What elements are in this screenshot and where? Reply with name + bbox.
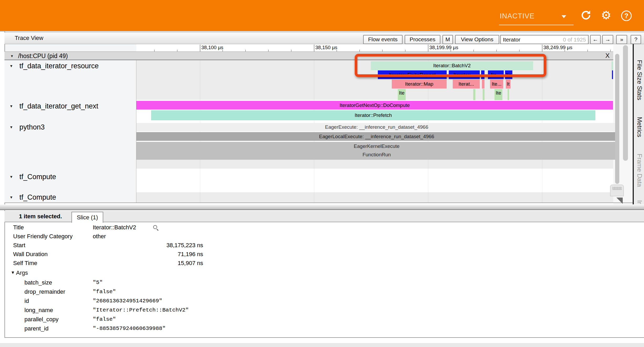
close-icon[interactable]: X (605, 52, 610, 59)
resize-grip[interactable] (610, 185, 624, 196)
search-nav-button[interactable]: » (616, 35, 627, 44)
ruler-minor-tick (177, 50, 177, 51)
ruler-major-tick (428, 45, 428, 51)
search-input[interactable]: Iterator 0 of 1925 (500, 35, 589, 44)
settings-button[interactable]: ⚙ (600, 9, 612, 21)
timeline-bottom-border (4, 203, 633, 203)
search-result-count: 0 of 1925 (521, 37, 586, 43)
help-icon: ? (621, 11, 632, 21)
arg-name: long_name (24, 307, 53, 314)
detail-row: Wall Duration71,196 ns (4, 251, 635, 259)
ruler-minor-tick (565, 50, 565, 51)
arg-value: "5" (93, 279, 103, 286)
header-shadow (0, 31, 644, 32)
args-header[interactable]: ▼Args (4, 270, 162, 278)
toolbar-button-processes[interactable]: Processes (405, 35, 440, 44)
sidebar-tab-metrics[interactable]: Metrics (636, 117, 643, 137)
run-status-select[interactable]: INACTIVE (499, 11, 574, 25)
ruler-minor-tick (337, 50, 337, 51)
ruler-tick-label: 38,199.99 µs (429, 45, 458, 50)
arg-name: batch_size (24, 279, 52, 286)
ruler-major-tick (314, 45, 314, 51)
refresh-button[interactable] (580, 9, 592, 21)
detail-label: Wall Duration (13, 251, 48, 258)
trace-slice[interactable]: FunctionRun (136, 151, 617, 160)
trace-slice[interactable] (482, 80, 485, 89)
trace-slice[interactable] (611, 61, 613, 70)
trace-slice[interactable]: Iterator::Map (392, 80, 447, 89)
trace-slice[interactable]: Ite (398, 89, 406, 100)
track-label-tf_Compute[interactable]: ▼tf_Compute (4, 172, 136, 182)
ruler-major-tick (200, 45, 200, 51)
track-label-text: tf_Compute (19, 193, 56, 201)
trace-slice[interactable] (483, 89, 485, 100)
search-nav-button[interactable]: ? (631, 35, 641, 44)
trace-slice[interactable] (612, 70, 613, 79)
trace-slice[interactable]: Iterat... (453, 80, 480, 89)
trace-slice[interactable]: EagerKernelExecute (136, 142, 617, 151)
ruler-minor-tick (405, 50, 405, 51)
trace-slice[interactable] (473, 89, 475, 100)
triangle-down-icon[interactable]: ▼ (11, 270, 15, 275)
trace-slice[interactable]: Iterator::Prefetch (151, 110, 595, 120)
window-footer (0, 343, 644, 347)
trace-slice[interactable]: Ite (494, 89, 502, 100)
vertical-scrollbar-thumb[interactable] (623, 45, 628, 161)
ruler-minor-tick (382, 50, 383, 51)
collapse-triangle-icon[interactable] (616, 198, 623, 204)
sidebar-tab-file-size-stats[interactable]: File Size Stats (636, 60, 643, 100)
toolbar-button-view-options[interactable]: View Options (455, 35, 499, 44)
run-status-value: INACTIVE (500, 12, 535, 20)
ruler-minor-tick (519, 50, 519, 51)
details-bottom-border (4, 337, 644, 338)
help-button[interactable]: ? (621, 11, 633, 23)
gear-icon: ⚙ (600, 9, 612, 21)
panel-splitter[interactable] (0, 204, 644, 210)
trace-slice[interactable]: EagerExecute: __inference_run_dataset_49… (136, 123, 617, 131)
collapse-arrow-icon[interactable]: ▼ (10, 54, 14, 58)
ruler-minor-tick (154, 50, 154, 51)
process-header-label: /host:CPU (pid 49) (18, 53, 68, 60)
magnifier-icon[interactable] (153, 225, 157, 229)
collapse-arrow-icon[interactable]: ▼ (9, 195, 13, 199)
tool-sidebar: File Size StatsMetricsFrame DataIr (633, 44, 644, 208)
vertical-scrollbar-thumb[interactable] (615, 54, 619, 184)
arg-row: drop_remainder"false" (4, 288, 635, 297)
toolbar-button-m[interactable]: M (442, 35, 453, 44)
empty-row-band (136, 160, 617, 169)
track-label-python3[interactable]: ▼python3 (4, 122, 136, 132)
tab-slice[interactable]: Slice (1) (71, 212, 103, 223)
args-label: Args (16, 270, 28, 276)
track-label-text: tf_data_iterator_resource (19, 62, 99, 70)
trace-slice[interactable]: It (506, 80, 511, 89)
trace-slice[interactable]: IteratorGetNextOp::DoCompute (136, 101, 613, 110)
track-label-tf_data_iterator_resource[interactable]: ▼tf_data_iterator_resource (4, 61, 136, 71)
collapse-arrow-icon[interactable]: ▼ (9, 125, 13, 129)
track-label-tf_data_iterator_get_next[interactable]: ▼tf_data_iterator_get_next (4, 101, 136, 111)
arg-row: long_name"Iterator::Prefetch::BatchV2" (4, 307, 635, 315)
trace-slice[interactable]: EagerLocalExecute: __inference_run_datas… (136, 132, 617, 141)
search-nav-button[interactable]: → (602, 35, 613, 44)
toolbar-button-flow-events[interactable]: Flow events (363, 35, 403, 44)
detail-value: 71,196 ns (93, 251, 203, 258)
collapse-arrow-icon[interactable]: ▼ (9, 64, 13, 68)
ruler-tick-label: 38,150 µs (315, 45, 337, 50)
trace-slice[interactable]: Ite... (490, 80, 503, 89)
search-value: Iterator (503, 37, 521, 43)
detail-label: Self Time (13, 260, 37, 267)
arg-value: "false" (93, 289, 116, 295)
collapse-arrow-icon[interactable]: ▼ (9, 104, 13, 108)
arg-name: drop_remainder (24, 288, 65, 295)
detail-row: Self Time15,907 ns (4, 260, 635, 268)
track-label-tf_Compute[interactable]: ▼tf_Compute (4, 193, 136, 202)
arg-row: batch_size"5" (4, 279, 635, 288)
collapse-arrow-icon[interactable]: ▼ (9, 175, 13, 179)
chevron-down-icon (561, 15, 566, 18)
grip-dots-icon (612, 187, 622, 190)
trace-slice[interactable] (508, 89, 509, 100)
ruler-minor-tick (291, 50, 291, 51)
arg-name: parallel_copy (24, 316, 59, 323)
arg-value: "false" (93, 316, 116, 322)
arg-row: parallel_copy"false" (4, 316, 635, 324)
search-nav-button[interactable]: ← (590, 35, 601, 44)
